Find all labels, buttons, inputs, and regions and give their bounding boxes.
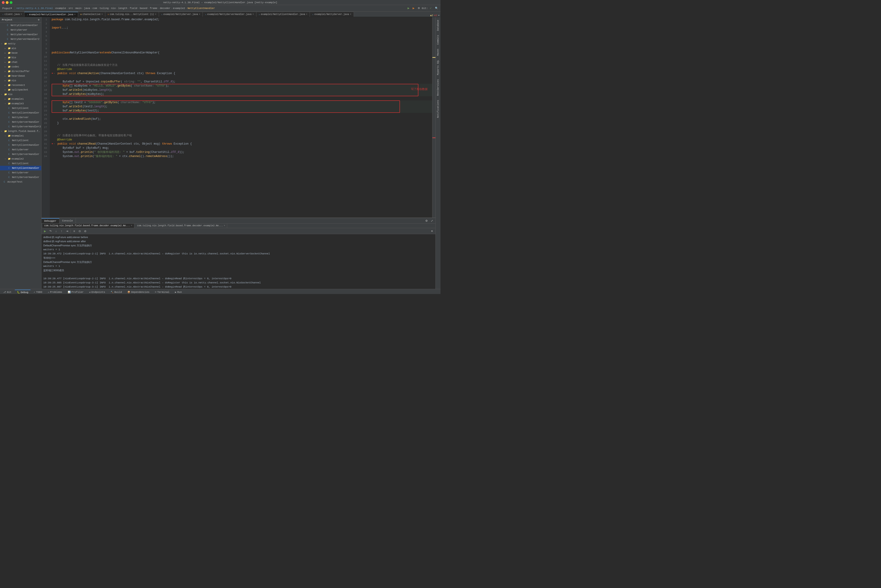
footer-tab-dependencies[interactable]: 📦 Dependencies	[125, 290, 152, 294]
breadcrumb-part-7[interactable]: nio	[111, 7, 116, 10]
file-tab-2[interactable]: m channelActive ×	[78, 12, 105, 17]
code-editor[interactable]: package com.tuling.nio.length.field.base…	[50, 17, 432, 218]
footer-tab-endpoints[interactable]: ⇄ Endpoints	[87, 290, 107, 294]
sidebar-item-reconnect[interactable]: ▶ 📁 reconnect	[0, 83, 41, 87]
sidebar-settings-icon[interactable]: ⚙	[38, 18, 39, 21]
close-debug-button[interactable]: ✕	[430, 229, 434, 234]
sidebar-item-codec[interactable]: ▶ 📁 codec	[0, 64, 41, 69]
tree-item-nettyclient-ex1[interactable]: C NettyClient	[0, 138, 41, 143]
file-tab-close-7[interactable]: ×	[350, 13, 351, 16]
debug-file-tab-1[interactable]: com.tuling.nio.length.field.based.frame.…	[42, 224, 134, 228]
sidebar-item-length-field[interactable]: ▾ 📁 length.field.based.frame.decoder	[0, 129, 41, 134]
sidebar-item-aio[interactable]: ▶ 📁 aio	[0, 46, 41, 51]
footer-tab-run[interactable]: ▶ Run	[173, 290, 184, 294]
file-tab-close-1[interactable]: ×	[74, 14, 75, 16]
breadcrumb-part-13[interactable]: example2	[173, 7, 185, 10]
debug-maximize-btn[interactable]: ⤢	[430, 218, 434, 224]
close-button[interactable]	[2, 1, 5, 4]
tree-item-nettyserver-0[interactable]: C NettyServer	[0, 28, 41, 32]
file-tab-close-3[interactable]: ×	[155, 13, 156, 16]
file-tab-7[interactable]: ☕ example1/NettyServer.java ×	[310, 12, 354, 17]
file-tab-close-4[interactable]: ×	[199, 13, 200, 16]
sidebar-item-nio-root[interactable]: ▾ 📁 nio	[0, 92, 41, 97]
sidebar-item-splitpacket[interactable]: ▶ 📁 splitpacket	[0, 87, 41, 92]
debug-tab-console[interactable]: Console	[59, 218, 76, 224]
maximize-button[interactable]	[10, 1, 12, 4]
tree-item-nettyserverhandler-ex3[interactable]: C NettyServerHandler	[0, 120, 41, 124]
footer-tab-terminal[interactable]: ⌨ Terminal	[153, 290, 172, 294]
breadcrumb-part-5[interactable]: com	[93, 7, 97, 10]
git-check-button[interactable]: ✓	[428, 6, 433, 11]
sidebar-item-example2-lf[interactable]: ▾ 📁 example2	[0, 156, 41, 161]
tree-item-nettyserver-ex3[interactable]: C NettyServer	[0, 115, 41, 120]
debug-tab-debugger[interactable]: Debugger	[42, 218, 59, 224]
breadcrumb-part-12[interactable]: decoder	[160, 7, 170, 10]
sidebar-item-directbuffer[interactable]: ▶ 📁 directbuffer	[0, 69, 41, 74]
file-tab-6[interactable]: ☕ example1/NettyClientHandler.java ×	[256, 12, 310, 17]
breadcrumb-part-9[interactable]: field	[130, 7, 137, 10]
file-tab-close-6[interactable]: ×	[306, 13, 307, 16]
sidebar-item-netty[interactable]: ▾ 📁 netty	[0, 42, 41, 46]
tree-item-nettyserverhandler-ex2[interactable]: C NettyServerHandler	[0, 175, 41, 180]
tree-item-nettyclienthandler-ex1[interactable]: C NettyClientHandler	[0, 143, 41, 147]
sidebar-item-nio-netty[interactable]: ▶ 📁 nio	[0, 78, 41, 83]
file-tab-3[interactable]: ⊙ com.tuling.nio...NettyClient (1) ×	[105, 12, 159, 17]
tree-item-nettyserver-ex1[interactable]: C NettyServer	[0, 147, 41, 152]
debug-close-1[interactable]: ×	[131, 225, 132, 227]
step-out-button[interactable]: ↑	[59, 229, 64, 234]
step-over-button[interactable]: ↷	[48, 229, 53, 234]
run-button[interactable]: ▶	[406, 6, 411, 11]
side-tab-commits[interactable]: Commits	[436, 33, 440, 46]
breadcrumb-part-4[interactable]: java	[84, 7, 90, 10]
window-controls[interactable]	[2, 1, 12, 4]
sidebar-item-heartbeat[interactable]: ▶ 📁 heartbeat	[0, 74, 41, 78]
breadcrumb-part-0[interactable]: netty-netty-4.1.38.Final	[17, 7, 53, 10]
breakpoints-button[interactable]: ⊙	[77, 229, 82, 234]
file-tab-close-5[interactable]: ×	[253, 13, 254, 16]
breadcrumb-part-10[interactable]: based	[140, 7, 147, 10]
breadcrumb-part-2[interactable]: src	[68, 7, 73, 10]
tree-item-nettyclient-ex3[interactable]: C NettyClient	[0, 106, 41, 111]
tree-item-nettyserverhandler-0[interactable]: C NettyServerHandler	[0, 32, 41, 37]
tree-item-nettyserver-ex2[interactable]: C NettyServer	[0, 170, 41, 175]
debug-settings-btn[interactable]: ⚙	[424, 218, 429, 224]
tree-item-nettyclienthandler-ex3[interactable]: C NettyClientHandler	[0, 111, 41, 115]
settings-button[interactable]: ⚙	[416, 6, 421, 11]
breadcrumb-part-11[interactable]: frame	[150, 7, 157, 10]
sidebar-item-example1-nio[interactable]: ▶ 📁 example1	[0, 97, 41, 101]
footer-tab-profiler[interactable]: 📊 Profiler	[65, 290, 86, 294]
sidebar-item-chat[interactable]: ▶ 📁 chat	[0, 60, 41, 64]
sidebar-item-base[interactable]: ▶ 📁 base	[0, 51, 41, 55]
tree-item-accepttest[interactable]: C AcceptTest	[0, 180, 41, 184]
footer-tab-debug[interactable]: 🐛 Debug	[15, 290, 31, 294]
side-tab-database[interactable]: Database	[436, 18, 440, 33]
sidebar-item-example1-lf[interactable]: ▾ 📁 example1	[0, 134, 41, 138]
side-tab-notifications[interactable]: Notifications	[436, 98, 440, 120]
footer-tab-todo[interactable]: ✓ TODO	[32, 290, 45, 294]
tree-item-nettyserverhandler2-0[interactable]: C NettyServerHandler2	[0, 37, 41, 42]
file-tab-5[interactable]: ☕ example2/NettyServerHandler.java ×	[203, 12, 256, 17]
footer-tab-problems[interactable]: ⚠ Problems	[45, 290, 65, 294]
step-into-button[interactable]: ↓	[53, 229, 59, 234]
breadcrumb-part-14[interactable]: NettyClientHandler	[188, 7, 215, 10]
search-button[interactable]: 🔍	[434, 6, 440, 11]
run-to-cursor-button[interactable]: ⇥	[65, 229, 69, 234]
file-tab-0[interactable]: ☕ client.java ×	[0, 12, 24, 17]
tree-item-nettyserverhandler-ex1[interactable]: C NettyServerHandler	[0, 152, 41, 156]
side-tab-maven[interactable]: Maven	[436, 47, 440, 57]
side-tab-myparts[interactable]: Myparts SQL	[436, 58, 440, 77]
debug-close-2[interactable]: ×	[224, 225, 225, 227]
tree-item-nettyclienthandler-ex2-active[interactable]: C NettyClientHandler	[0, 166, 41, 170]
debug-output[interactable]: doBind 的 regFuture addListener before do…	[42, 234, 435, 289]
side-tab-restservices[interactable]: RestServices	[436, 77, 440, 98]
footer-tab-build[interactable]: 🔨 Build	[108, 290, 124, 294]
sidebar-item-example3-nio[interactable]: ▾ 📁 example3	[0, 101, 41, 106]
tree-item-nettyclienthandler-0[interactable]: C NettyClientHandler	[0, 23, 41, 28]
footer-tab-git[interactable]: ⎇ Git	[1, 290, 14, 294]
debug-run-button[interactable]: ▶	[411, 6, 416, 11]
breadcrumb-part-1[interactable]: example	[55, 7, 66, 10]
tree-item-nettyclient-ex2[interactable]: C NettyClient	[0, 161, 41, 166]
breadcrumb-part-3[interactable]: main	[75, 7, 81, 10]
resume-button[interactable]: ▶	[42, 229, 47, 234]
breadcrumb-part-6[interactable]: tuling	[99, 7, 109, 10]
